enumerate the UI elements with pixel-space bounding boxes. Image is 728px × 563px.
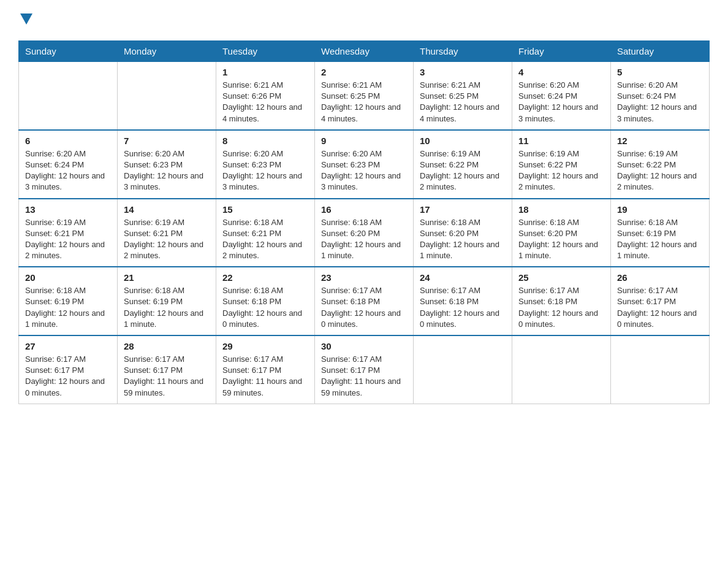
calendar-cell: 18Sunrise: 6:18 AMSunset: 6:20 PMDayligh… — [512, 199, 611, 267]
sunrise-text: Sunrise: 6:21 AM — [222, 80, 308, 91]
sunrise-text: Sunrise: 6:20 AM — [25, 148, 111, 159]
day-number: 6 — [25, 136, 111, 146]
calendar-cell: 17Sunrise: 6:18 AMSunset: 6:20 PMDayligh… — [414, 199, 512, 267]
day-number: 14 — [124, 204, 210, 215]
calendar-cell: 16Sunrise: 6:18 AMSunset: 6:20 PMDayligh… — [315, 199, 414, 267]
sunrise-text: Sunrise: 6:21 AM — [321, 80, 407, 91]
sunset-text: Sunset: 6:22 PM — [617, 159, 703, 170]
day-number: 4 — [518, 67, 604, 77]
sunrise-text: Sunrise: 6:20 AM — [222, 148, 308, 159]
sunrise-text: Sunrise: 6:17 AM — [518, 285, 604, 296]
page-header — [18, 12, 710, 28]
day-number: 17 — [420, 204, 506, 215]
sunrise-text: Sunrise: 6:20 AM — [518, 80, 604, 91]
calendar-cell: 8Sunrise: 6:20 AMSunset: 6:23 PMDaylight… — [216, 130, 315, 199]
daylight-text: Daylight: 12 hours and 0 minutes. — [617, 308, 703, 330]
sunrise-text: Sunrise: 6:19 AM — [25, 217, 111, 228]
calendar-cell: 3Sunrise: 6:21 AMSunset: 6:25 PMDaylight… — [414, 62, 512, 130]
calendar-cell: 21Sunrise: 6:18 AMSunset: 6:19 PMDayligh… — [118, 267, 216, 335]
sunrise-text: Sunrise: 6:19 AM — [420, 148, 506, 159]
sunset-text: Sunset: 6:17 PM — [25, 365, 111, 376]
sunset-text: Sunset: 6:18 PM — [321, 296, 407, 307]
daylight-text: Daylight: 12 hours and 2 minutes. — [124, 239, 210, 261]
sunrise-text: Sunrise: 6:18 AM — [518, 217, 604, 228]
sunrise-text: Sunrise: 6:18 AM — [222, 217, 308, 228]
sunrise-text: Sunrise: 6:20 AM — [617, 80, 703, 91]
day-number: 29 — [222, 341, 308, 351]
calendar-cell: 5Sunrise: 6:20 AMSunset: 6:24 PMDaylight… — [611, 62, 710, 130]
calendar-cell: 12Sunrise: 6:19 AMSunset: 6:22 PMDayligh… — [611, 130, 710, 199]
sunset-text: Sunset: 6:24 PM — [25, 159, 111, 170]
day-number: 22 — [222, 272, 308, 283]
day-number: 25 — [518, 272, 604, 283]
daylight-text: Daylight: 12 hours and 1 minute. — [420, 239, 506, 261]
sunrise-text: Sunrise: 6:17 AM — [124, 354, 210, 365]
day-number: 20 — [25, 272, 111, 283]
daylight-text: Daylight: 12 hours and 1 minute. — [25, 308, 111, 330]
day-number: 28 — [124, 341, 210, 351]
calendar-cell: 4Sunrise: 6:20 AMSunset: 6:24 PMDaylight… — [512, 62, 611, 130]
day-number: 2 — [321, 67, 407, 77]
daylight-text: Daylight: 12 hours and 3 minutes. — [617, 102, 703, 124]
daylight-text: Daylight: 12 hours and 2 minutes. — [222, 239, 308, 261]
column-header-wednesday: Wednesday — [315, 41, 414, 62]
daylight-text: Daylight: 11 hours and 59 minutes. — [222, 376, 308, 398]
day-number: 12 — [617, 136, 703, 146]
calendar-table: SundayMondayTuesdayWednesdayThursdayFrid… — [18, 40, 710, 404]
sunrise-text: Sunrise: 6:18 AM — [321, 217, 407, 228]
daylight-text: Daylight: 12 hours and 4 minutes. — [420, 102, 506, 124]
sunset-text: Sunset: 6:22 PM — [518, 159, 604, 170]
sunset-text: Sunset: 6:26 PM — [222, 91, 308, 102]
sunrise-text: Sunrise: 6:17 AM — [617, 285, 703, 296]
week-row-1: 1Sunrise: 6:21 AMSunset: 6:26 PMDaylight… — [19, 62, 710, 130]
sunset-text: Sunset: 6:25 PM — [321, 91, 407, 102]
column-header-tuesday: Tuesday — [216, 41, 315, 62]
sunset-text: Sunset: 6:25 PM — [420, 91, 506, 102]
calendar-cell: 30Sunrise: 6:17 AMSunset: 6:17 PMDayligh… — [315, 335, 414, 404]
sunset-text: Sunset: 6:18 PM — [222, 296, 308, 307]
day-number: 1 — [222, 67, 308, 77]
calendar-cell — [512, 335, 611, 404]
daylight-text: Daylight: 12 hours and 3 minutes. — [321, 170, 407, 193]
calendar-cell: 28Sunrise: 6:17 AMSunset: 6:17 PMDayligh… — [118, 335, 216, 404]
sunset-text: Sunset: 6:19 PM — [124, 296, 210, 307]
sunrise-text: Sunrise: 6:19 AM — [518, 148, 604, 159]
day-number: 11 — [518, 136, 604, 146]
sunset-text: Sunset: 6:21 PM — [25, 228, 111, 239]
sunrise-text: Sunrise: 6:20 AM — [321, 148, 407, 159]
calendar-cell: 6Sunrise: 6:20 AMSunset: 6:24 PMDaylight… — [19, 130, 118, 199]
sunset-text: Sunset: 6:21 PM — [222, 228, 308, 239]
sunset-text: Sunset: 6:24 PM — [617, 91, 703, 102]
sunrise-text: Sunrise: 6:18 AM — [420, 217, 506, 228]
calendar-cell — [118, 62, 216, 130]
daylight-text: Daylight: 11 hours and 59 minutes. — [124, 376, 210, 398]
calendar-cell: 24Sunrise: 6:17 AMSunset: 6:18 PMDayligh… — [414, 267, 512, 335]
daylight-text: Daylight: 12 hours and 1 minute. — [321, 239, 407, 261]
sunrise-text: Sunrise: 6:20 AM — [124, 148, 210, 159]
column-header-sunday: Sunday — [19, 41, 118, 62]
daylight-text: Daylight: 12 hours and 4 minutes. — [321, 102, 407, 124]
daylight-text: Daylight: 12 hours and 3 minutes. — [25, 170, 111, 193]
daylight-text: Daylight: 12 hours and 1 minute. — [617, 239, 703, 261]
day-number: 19 — [617, 204, 703, 215]
svg-marker-0 — [20, 13, 32, 25]
daylight-text: Daylight: 12 hours and 0 minutes. — [222, 308, 308, 330]
sunset-text: Sunset: 6:17 PM — [321, 365, 407, 376]
calendar-cell — [611, 335, 710, 404]
sunrise-text: Sunrise: 6:18 AM — [222, 285, 308, 296]
day-number: 15 — [222, 204, 308, 215]
day-number: 3 — [420, 67, 506, 77]
sunrise-text: Sunrise: 6:19 AM — [617, 148, 703, 159]
sunset-text: Sunset: 6:19 PM — [25, 296, 111, 307]
sunset-text: Sunset: 6:17 PM — [124, 365, 210, 376]
sunset-text: Sunset: 6:20 PM — [321, 228, 407, 239]
day-number: 27 — [25, 341, 111, 351]
sunset-text: Sunset: 6:24 PM — [518, 91, 604, 102]
daylight-text: Daylight: 12 hours and 4 minutes. — [222, 102, 308, 124]
calendar-cell: 22Sunrise: 6:18 AMSunset: 6:18 PMDayligh… — [216, 267, 315, 335]
daylight-text: Daylight: 12 hours and 2 minutes. — [420, 170, 506, 193]
day-number: 23 — [321, 272, 407, 283]
daylight-text: Daylight: 12 hours and 0 minutes. — [321, 308, 407, 330]
sunrise-text: Sunrise: 6:17 AM — [321, 285, 407, 296]
calendar-cell: 27Sunrise: 6:17 AMSunset: 6:17 PMDayligh… — [19, 335, 118, 404]
